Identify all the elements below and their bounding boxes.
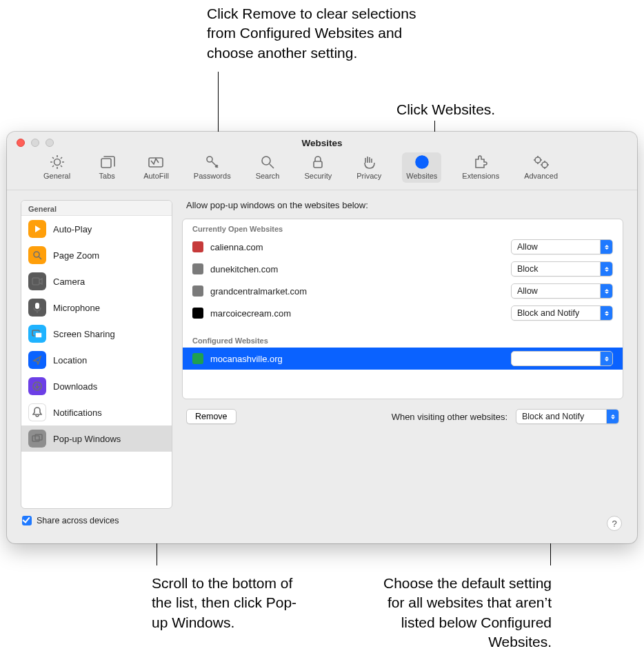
sidebar-item-label: Auto-Play [53,224,92,234]
sidebar-item-label: Microphone [53,303,100,313]
close-window-button[interactable] [17,139,25,147]
toolbar-tabs[interactable]: Tabs [91,152,123,183]
sidebar-item-page-zoom[interactable]: Page Zoom [21,242,172,268]
toolbar-autofill[interactable]: AutoFill [139,152,173,183]
other-websites-select[interactable]: Block and Notify [516,409,619,424]
globe-icon [414,154,430,170]
camera-icon [28,272,46,290]
svg-point-7 [535,157,541,163]
preferences-window: Websites General Tabs AutoFill Passwords [7,132,637,543]
sidebar-item-camera[interactable]: Camera [21,268,172,294]
website-row[interactable]: calienna.comAllow [183,236,623,258]
other-websites-label: When visiting other websites: [392,412,507,422]
sidebar-section-header: General [21,201,172,216]
site-setting-select[interactable]: Block and Notify [511,305,613,321]
window-title: Websites [301,138,342,148]
site-setting-select[interactable]: Block [511,261,613,277]
configured-header: Configured Websites [183,331,623,348]
sidebar-item-pop-up-windows[interactable]: Pop-up Windows [21,425,172,452]
site-setting-select[interactable]: Allow [511,239,613,254]
share-across-devices-checkbox[interactable] [22,516,32,525]
magnify-icon [259,154,276,170]
sidebar-item-label: Notifications [53,408,102,418]
sidebar-item-label: Page Zoom [53,250,99,261]
sidebar-item-notifications[interactable]: Notifications [21,399,172,425]
favicon [192,241,203,252]
svg-rect-11 [35,303,39,309]
pane-heading: Allow pop-up windows on the websites bel… [182,200,623,210]
mic-icon [28,299,46,317]
website-row[interactable]: mocanashville.orgAllow [183,348,623,370]
gear-icon [49,154,66,170]
currently-open-header: Currently Open Websites [183,219,623,236]
lock-icon [310,154,326,170]
arrow-icon [28,351,46,369]
site-host: calienna.com [210,242,263,252]
callout-websites: Click Websites. [396,100,495,119]
share-across-devices-label: Share across devices [37,516,119,525]
website-row[interactable]: grandcentralmarket.comAllow [183,280,623,302]
bell-icon [28,403,46,421]
remove-button[interactable]: Remove [186,409,237,424]
callout-remove: Click Remove to clear selections from Co… [207,4,434,63]
settings-sidebar: General Auto-PlayPage ZoomCameraMicropho… [21,200,172,509]
zoom-window-button[interactable] [46,139,54,147]
minimize-window-button[interactable] [31,139,39,147]
svg-rect-1 [101,159,111,168]
toolbar-websites[interactable]: Websites [402,152,441,183]
callout-default: Choose the default setting for all websi… [372,574,552,652]
help-button[interactable]: ? [607,516,622,531]
sidebar-item-microphone[interactable]: Microphone [21,294,172,321]
sidebar-item-location[interactable]: Location [21,347,172,373]
toolbar-privacy[interactable]: Privacy [352,152,385,183]
toolbar-extensions[interactable]: Extensions [458,152,503,183]
website-row[interactable]: marcoicecream.comBlock and Notify [183,302,623,324]
site-host: grandcentralmarket.com [210,286,307,297]
window-traffic-lights [17,139,54,147]
toolbar-general[interactable]: General [39,152,74,183]
site-host: mocanashville.org [210,354,283,364]
hand-icon [361,154,377,170]
sidebar-item-label: Camera [53,277,85,287]
toolbar-security[interactable]: Security [300,152,336,183]
svg-point-3 [207,157,212,162]
prefs-toolbar: General Tabs AutoFill Passwords Search S… [7,148,637,190]
svg-point-0 [54,159,60,166]
site-setting-select[interactable]: Allow [511,351,613,366]
sidebar-item-downloads[interactable]: Downloads [21,373,172,399]
screen-icon [28,325,46,343]
svg-rect-10 [32,278,39,285]
down-icon [28,377,46,395]
toolbar-advanced[interactable]: Advanced [520,152,562,183]
svg-rect-5 [314,161,322,168]
gears-icon [532,154,550,170]
puzzle-icon [472,154,489,170]
sidebar-item-label: Downloads [53,381,97,392]
favicon [192,308,203,319]
websites-list-box: Currently Open Websites calienna.comAllo… [182,219,623,399]
callout-popup: Scroll to the bottom of the list, then c… [152,574,303,632]
sidebar-item-label: Screen Sharing [53,329,115,339]
svg-point-9 [34,252,39,257]
key-icon [204,154,221,170]
sidebar-item-screen-sharing[interactable]: Screen Sharing [21,321,172,347]
svg-rect-13 [35,332,42,338]
site-setting-select[interactable]: Allow [511,283,613,299]
tabs-icon [99,154,115,170]
sidebar-item-label: Pop-up Windows [53,434,121,444]
svg-point-8 [542,162,547,168]
favicon [192,285,203,297]
play-icon [28,220,46,238]
svg-point-4 [262,157,270,165]
zoom-icon [28,246,46,264]
sidebar-item-label: Location [53,355,87,365]
website-row[interactable]: dunekitchen.comBlock [183,258,623,280]
toolbar-passwords[interactable]: Passwords [190,152,235,183]
sidebar-item-auto-play[interactable]: Auto-Play [21,216,172,242]
pencil-icon [147,154,165,170]
favicon [192,263,203,274]
site-host: marcoicecream.com [210,308,291,319]
favicon [192,353,203,364]
toolbar-search[interactable]: Search [252,152,284,183]
windows-icon [28,430,46,448]
